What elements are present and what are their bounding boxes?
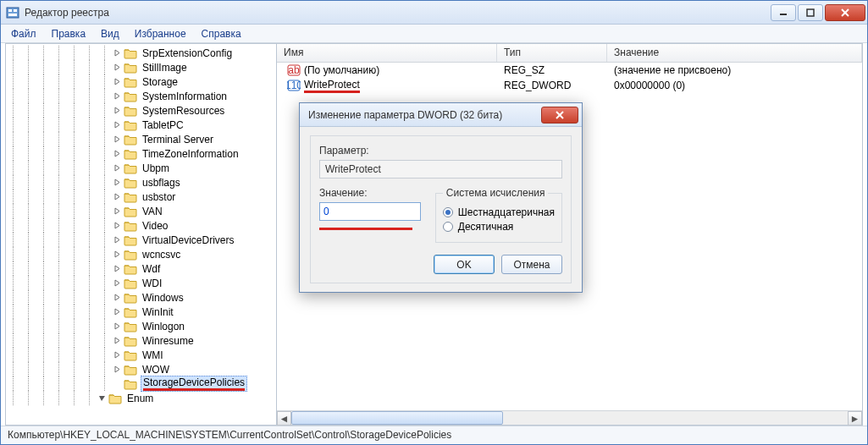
list-row[interactable]: ab(По умолчанию)REG_SZ(значение не присв… xyxy=(277,63,862,78)
expand-icon[interactable] xyxy=(113,336,122,345)
dialog-titlebar[interactable]: Изменение параметра DWORD (32 бита) xyxy=(300,103,582,127)
menu-help[interactable]: Справка xyxy=(195,26,248,41)
expand-icon[interactable] xyxy=(113,278,122,288)
svg-rect-0 xyxy=(7,8,19,18)
expand-icon[interactable] xyxy=(113,163,122,173)
tree-label: wcncsvc xyxy=(141,249,182,261)
expand-icon[interactable] xyxy=(113,321,122,331)
tree-item[interactable]: usbflags xyxy=(6,175,276,190)
dialog-close-button[interactable] xyxy=(541,107,578,124)
radio-hex[interactable]: Шестнадцатеричная xyxy=(443,206,555,218)
expand-icon[interactable] xyxy=(97,393,107,403)
tree-item[interactable]: Windows xyxy=(6,290,276,305)
tree-item[interactable]: Winlogon xyxy=(6,319,276,333)
expand-icon[interactable] xyxy=(113,48,122,58)
tree-item[interactable]: Storage xyxy=(6,74,276,89)
tree-item[interactable]: Wdf xyxy=(6,261,276,276)
minimize-button[interactable] xyxy=(771,4,796,21)
expand-icon[interactable] xyxy=(113,91,122,101)
tree-item[interactable]: Terminal Server xyxy=(6,132,276,146)
tree-label: VirtualDeviceDrivers xyxy=(141,234,235,246)
cancel-button[interactable]: Отмена xyxy=(501,255,562,274)
svg-rect-1 xyxy=(8,9,12,12)
tree-label: Winresume xyxy=(141,335,196,347)
tree-label: StillImage xyxy=(141,62,189,74)
tree-item[interactable]: SystemResources xyxy=(6,103,276,118)
scroll-thumb[interactable] xyxy=(291,411,503,425)
registry-editor-window: Редактор реестра Файл Правка Вид Избранн… xyxy=(0,0,868,445)
ok-button[interactable]: OK xyxy=(434,255,495,274)
tree-item[interactable]: StorageDevicePolicies xyxy=(6,376,276,391)
col-name[interactable]: Имя xyxy=(277,44,497,62)
expand-icon[interactable] xyxy=(113,106,122,115)
tree-item[interactable]: Ubpm xyxy=(6,161,276,175)
tree-item[interactable]: TimeZoneInformation xyxy=(6,146,276,161)
expand-icon[interactable] xyxy=(113,307,122,316)
svg-text:110: 110 xyxy=(287,80,301,91)
tree-item[interactable]: Video xyxy=(6,218,276,233)
expand-icon[interactable] xyxy=(113,206,122,216)
expand-icon[interactable] xyxy=(113,264,122,273)
tree-item[interactable]: wcncsvc xyxy=(6,247,276,261)
tree-label: SrpExtensionConfig xyxy=(141,47,234,59)
tree-item[interactable]: WinInit xyxy=(6,305,276,319)
col-type[interactable]: Тип xyxy=(497,44,607,62)
tree-label: StorageDevicePolicies xyxy=(141,376,247,392)
value-label: Значение: xyxy=(319,187,422,199)
expand-icon[interactable] xyxy=(113,63,122,72)
hscrollbar[interactable]: ◄ ► xyxy=(277,410,862,425)
expand-icon[interactable] xyxy=(113,120,122,129)
scroll-right-icon[interactable]: ► xyxy=(848,411,862,426)
menu-file[interactable]: Файл xyxy=(4,26,43,41)
expand-icon[interactable] xyxy=(113,235,122,244)
scroll-track[interactable] xyxy=(291,411,848,425)
tree-item[interactable]: VirtualDeviceDrivers xyxy=(6,233,276,247)
dword-edit-dialog: Изменение параметра DWORD (32 бита) Пара… xyxy=(299,102,583,293)
svg-text:ab: ab xyxy=(288,64,300,76)
menu-edit[interactable]: Правка xyxy=(45,26,93,41)
tree-label: Wdf xyxy=(141,263,162,275)
tree-item[interactable]: WDI xyxy=(6,276,276,290)
tree-item[interactable]: Winresume xyxy=(6,333,276,348)
expand-icon[interactable] xyxy=(113,379,122,388)
tree-label: WinInit xyxy=(141,306,175,318)
expand-icon[interactable] xyxy=(113,149,122,158)
expand-icon[interactable] xyxy=(113,77,122,86)
menu-favorites[interactable]: Избранное xyxy=(128,26,193,41)
expand-icon[interactable] xyxy=(113,350,122,360)
tree-item[interactable]: WMI xyxy=(6,348,276,362)
menu-view[interactable]: Вид xyxy=(94,26,126,41)
expand-icon[interactable] xyxy=(113,192,122,201)
tree-item[interactable]: TabletPC xyxy=(6,118,276,132)
expand-icon[interactable] xyxy=(113,365,122,374)
expand-icon[interactable] xyxy=(113,250,122,259)
window-title: Редактор реестра xyxy=(25,7,769,19)
tree-label: TabletPC xyxy=(141,119,185,131)
expand-icon[interactable] xyxy=(113,293,122,302)
tree-item[interactable]: StillImage xyxy=(6,60,276,74)
tree-item[interactable]: usbstor xyxy=(6,190,276,204)
scroll-left-icon[interactable]: ◄ xyxy=(277,411,291,426)
titlebar[interactable]: Редактор реестра xyxy=(1,1,867,25)
value-input[interactable] xyxy=(319,202,421,221)
col-value[interactable]: Значение xyxy=(607,44,862,62)
close-button[interactable] xyxy=(825,4,865,21)
svg-rect-3 xyxy=(8,14,17,16)
tree-item[interactable]: VAN xyxy=(6,204,276,218)
tree-label: VAN xyxy=(141,206,164,217)
radio-dec[interactable]: Десятичная xyxy=(443,221,555,233)
expand-icon[interactable] xyxy=(113,178,122,187)
expand-icon[interactable] xyxy=(113,221,122,230)
expand-icon[interactable] xyxy=(113,135,122,144)
tree-item[interactable]: WOW xyxy=(6,362,276,376)
svg-rect-5 xyxy=(807,9,814,16)
list-row[interactable]: 110WriteProtectREG_DWORD0x00000000 (0) xyxy=(277,78,862,93)
tree-item[interactable]: SrpExtensionConfig xyxy=(6,46,276,60)
tree-label: Ubpm xyxy=(141,162,171,174)
tree-pane[interactable]: SrpExtensionConfigStillImageStorageSyste… xyxy=(6,44,277,425)
maximize-button[interactable] xyxy=(798,4,823,21)
tree-item[interactable]: Enum xyxy=(6,391,276,405)
tree-label: TimeZoneInformation xyxy=(141,148,240,160)
tree-item[interactable]: SystemInformation xyxy=(6,89,276,103)
tree-label: Windows xyxy=(141,292,185,304)
